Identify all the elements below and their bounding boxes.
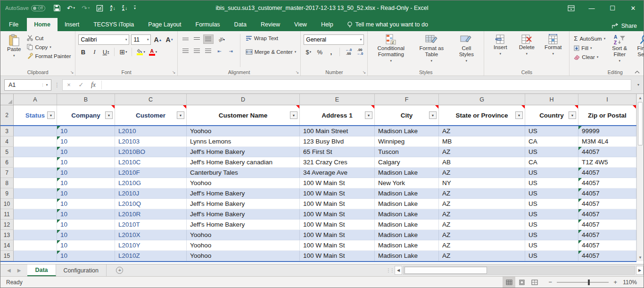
undo-dropdown-icon[interactable]: ▾ [74, 6, 75, 10]
vertical-scroll-thumb[interactable] [638, 102, 643, 145]
header-cell-G2[interactable]: State or Province▼ [439, 105, 525, 125]
cell-C4[interactable]: L20103 [115, 136, 187, 147]
bold-button[interactable]: B [78, 47, 88, 57]
zoom-in-button[interactable]: + [612, 279, 618, 286]
italic-button[interactable]: I [90, 47, 99, 57]
cell-C11[interactable]: L2010R [115, 209, 187, 220]
cell-E14[interactable]: 100 W Main St [300, 240, 375, 251]
merge-center-dropdown-icon[interactable]: ▾ [295, 50, 297, 54]
autosave-toggle[interactable]: AutoSave Off [5, 5, 45, 11]
sheet-tab-configuration[interactable]: Configuration [56, 264, 107, 276]
cell-C7[interactable]: L2010F [115, 168, 187, 178]
cell-I8[interactable]: 44057 [578, 178, 636, 188]
header-cell-F2[interactable]: City▼ [375, 105, 439, 125]
redo-dropdown-icon[interactable]: ▾ [88, 6, 90, 10]
row-header-7[interactable]: 7 [0, 168, 14, 178]
custom-command-button[interactable]: 15 [96, 5, 103, 12]
customize-qat-button[interactable]: ▾ [134, 6, 136, 10]
cell-B13[interactable]: 10 [57, 230, 115, 240]
expand-formula-bar-icon[interactable]: ▾ [634, 83, 643, 87]
tell-me-box[interactable]: Tell me what you want to do [347, 18, 428, 31]
cell-E11[interactable]: 100 W Main St [300, 209, 375, 220]
insert-function-button[interactable]: fx [87, 81, 99, 89]
cell-A8[interactable] [14, 178, 57, 188]
header-cell-B2[interactable]: Company▼ [57, 105, 115, 125]
cell-F14[interactable]: Madison Lake [375, 240, 439, 251]
cell-D12[interactable]: Jeff's Home Bakery [187, 220, 300, 230]
column-header-G[interactable]: G [439, 94, 525, 105]
clear-dropdown-icon[interactable]: ▾ [597, 55, 599, 59]
cell-A10[interactable] [14, 199, 57, 209]
cell-F7[interactable]: Madison Lake [375, 168, 439, 178]
cell-G11[interactable]: AZ [439, 209, 525, 220]
cell-H8[interactable]: US [525, 178, 578, 188]
cell-D5[interactable]: Jeff's Home Bakery [187, 147, 300, 157]
cell-D4[interactable]: Lynns Lemons [187, 136, 300, 147]
name-box[interactable]: A1 ▾ [4, 79, 51, 91]
cell-G12[interactable]: AZ [439, 220, 525, 230]
cell-A14[interactable] [14, 240, 57, 251]
cell-G7[interactable]: AZ [439, 168, 525, 178]
zoom-slider-thumb[interactable] [588, 280, 590, 285]
cancel-entry-button[interactable]: × [63, 81, 75, 88]
font-color-button[interactable]: A ▾ [148, 47, 158, 57]
middle-align-button[interactable] [192, 34, 202, 44]
fill-button[interactable]: Fill ▾ [572, 44, 607, 52]
cell-E9[interactable]: 100 W Main St [300, 188, 375, 199]
cell-B9[interactable]: 10 [57, 188, 115, 199]
cell-F13[interactable]: Madison Lake [375, 230, 439, 240]
row-header-11[interactable]: 11 [0, 209, 14, 220]
cell-D13[interactable]: Yoohoo [187, 230, 300, 240]
page-layout-view-button[interactable] [515, 277, 528, 288]
cell-G10[interactable]: AZ [439, 199, 525, 209]
conditional-formatting-button[interactable]: ≠ Conditional Formatting ▾ [371, 33, 411, 65]
cell-F10[interactable]: Madison Lake [375, 199, 439, 209]
prev-sheet-icon[interactable]: ◀ [7, 268, 11, 273]
bottom-align-button[interactable] [203, 34, 214, 44]
ribbon-tab-formulas[interactable]: Formulas [189, 18, 227, 31]
cell-I3[interactable]: 99999 [578, 126, 636, 136]
cell-I5[interactable]: 44057 [578, 147, 636, 157]
cell-I15[interactable]: 44057 [578, 251, 636, 261]
cell-B11[interactable]: 10 [57, 209, 115, 220]
tab-split-handle[interactable]: ⋮⋮ [386, 266, 394, 275]
cell-F12[interactable]: Madison Lake [375, 220, 439, 230]
cell-D11[interactable]: Jeff's Home Bakery [187, 209, 300, 220]
horizontal-scroll-thumb[interactable] [405, 267, 487, 274]
header-cell-I2[interactable]: Zip or Postal [578, 105, 636, 125]
borders-button[interactable]: ⊞▾ [118, 47, 128, 57]
cell-E4[interactable]: 123 Busy Blvd [300, 136, 375, 147]
horizontal-scrollbar[interactable]: ⋮⋮ ◀ ▶ [386, 266, 644, 275]
increase-font-size-button[interactable]: A▲ [153, 35, 163, 44]
merge-center-button[interactable]: Merge & Center ▾ [244, 48, 298, 56]
number-dialog-launcher-icon[interactable]: ↘ [363, 70, 366, 75]
row-header-13[interactable]: 13 [0, 230, 14, 240]
sort-filter-dropdown-icon[interactable]: ▾ [619, 58, 620, 64]
zoom-level[interactable]: 110% [623, 279, 644, 286]
cell-C6[interactable]: L2010C [115, 157, 187, 168]
decrease-indent-button[interactable]: ⇤ [215, 46, 225, 56]
conditional-formatting-dropdown-icon[interactable]: ▾ [390, 58, 392, 64]
row-header-12[interactable]: 12 [0, 220, 14, 230]
cell-E12[interactable]: 100 W Main St [300, 220, 375, 230]
cell-B8[interactable]: 10 [57, 178, 115, 188]
ribbon-tab-home[interactable]: Home [27, 18, 58, 31]
cell-F4[interactable]: Winnipeg [375, 136, 439, 147]
cell-E3[interactable]: 100 Main Street [300, 126, 375, 136]
cell-F8[interactable]: New York [375, 178, 439, 188]
cell-C12[interactable]: L2010T [115, 220, 187, 230]
cell-H13[interactable]: US [525, 230, 578, 240]
cell-D3[interactable]: Yoohoo [187, 126, 300, 136]
cell-C9[interactable]: L2010J [115, 188, 187, 199]
cell-F9[interactable]: Madison Lake [375, 188, 439, 199]
column-header-I[interactable]: I [578, 94, 636, 105]
percent-style-button[interactable]: % [315, 47, 324, 57]
cell-E13[interactable]: 100 W Main St [300, 230, 375, 240]
autosum-button[interactable]: Σ AutoSum ▾ [572, 34, 607, 43]
cell-E7[interactable]: 34 Average Ave [300, 168, 375, 178]
format-cells-dropdown-icon[interactable]: ▾ [553, 51, 554, 57]
delete-cells-dropdown-icon[interactable]: ▾ [526, 51, 528, 57]
cell-E8[interactable]: 100 W Main St [300, 178, 375, 188]
cell-B10[interactable]: 10 [57, 199, 115, 209]
row-header-2[interactable]: 2 [0, 105, 14, 125]
